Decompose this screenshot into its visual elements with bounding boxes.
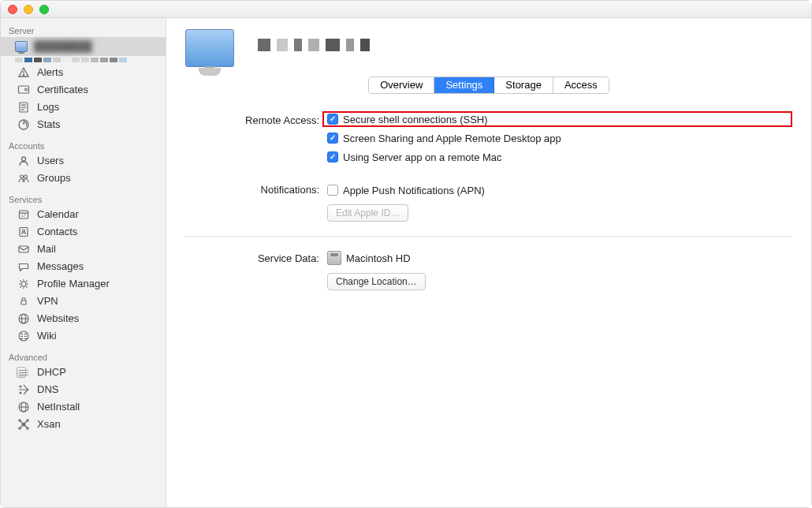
sb-label: VPN	[37, 293, 58, 310]
segmented-control: Overview Settings Storage Access	[368, 77, 609, 94]
sb-label: Calendar	[37, 206, 79, 223]
label-remote-access: Remote Access:	[185, 113, 327, 126]
disk-icon	[327, 251, 341, 265]
calendar-icon: 17	[17, 207, 31, 222]
user-icon	[17, 154, 31, 168]
sb-label: Alerts	[37, 64, 63, 81]
label-apn: Apple Push Notifications (APN)	[343, 185, 485, 196]
sb-label: Websites	[37, 310, 79, 327]
tab-storage[interactable]: Storage	[494, 77, 553, 93]
sb-label: Xsan	[37, 416, 61, 433]
server-title-redacted	[258, 39, 415, 51]
tab-settings[interactable]: Settings	[434, 77, 494, 93]
sb-label: Logs	[37, 99, 59, 116]
sb-label: Messages	[37, 258, 84, 275]
svg-rect-18	[19, 246, 28, 252]
sb-label: NetInstall	[37, 398, 80, 416]
dns-icon	[17, 383, 31, 397]
sidebar-item-users[interactable]: Users	[1, 152, 166, 170]
svg-line-36	[24, 420, 28, 424]
sb-label: DHCP	[37, 364, 66, 381]
messages-icon	[17, 260, 31, 274]
svg-point-26	[20, 392, 21, 394]
svg-point-17	[23, 230, 25, 232]
checkbox-apn[interactable]	[327, 185, 338, 196]
svg-point-19	[21, 282, 26, 286]
globe-icon	[17, 312, 31, 326]
sidebar-item-websites[interactable]: Websites	[1, 310, 166, 327]
content-pane: Overview Settings Storage Access Remote …	[166, 1, 811, 507]
sidebar-item-groups[interactable]: Groups	[1, 170, 166, 187]
mail-icon	[17, 242, 31, 256]
sb-header-services: Services	[1, 190, 166, 206]
checkbox-screen-sharing[interactable]	[327, 133, 338, 144]
stats-icon	[17, 118, 31, 132]
imac-icon	[15, 41, 28, 52]
zoom-window[interactable]	[39, 5, 49, 14]
vpn-icon	[17, 294, 31, 308]
wiki-icon	[17, 329, 31, 343]
disk-name: Macintosh HD	[346, 252, 411, 264]
contacts-icon	[17, 225, 31, 239]
svg-line-38	[24, 424, 28, 428]
certificate-icon	[17, 83, 31, 97]
sidebar-item-server[interactable]: ████████	[1, 37, 166, 56]
sb-header-advanced: Advanced	[1, 348, 166, 364]
close-window[interactable]	[8, 5, 17, 14]
sb-label: Contacts	[37, 223, 77, 241]
svg-point-12	[24, 175, 28, 178]
sidebar-item-stats[interactable]: Stats	[1, 116, 166, 133]
svg-text:17: 17	[21, 213, 26, 218]
sb-label: Users	[37, 152, 64, 170]
sb-header-server: Server	[1, 21, 166, 37]
highlight-ssh: Secure shell connections (SSH)	[322, 111, 792, 127]
svg-point-24	[19, 331, 28, 341]
sidebar-item-calendar[interactable]: 17 Calendar	[1, 206, 166, 223]
sidebar-item-alerts[interactable]: Alerts	[1, 64, 166, 81]
alert-icon	[17, 65, 31, 80]
tab-access[interactable]: Access	[553, 77, 609, 93]
server-status-dots	[15, 58, 159, 61]
sidebar-item-wiki[interactable]: Wiki	[1, 327, 166, 345]
sidebar-item-messages[interactable]: Messages	[1, 258, 166, 275]
edit-apple-id-button[interactable]: Edit Apple ID…	[327, 204, 408, 222]
svg-point-1	[23, 74, 24, 75]
sidebar-item-contacts[interactable]: Contacts	[1, 223, 166, 241]
separator	[185, 236, 792, 237]
sidebar-item-logs[interactable]: Logs	[1, 99, 166, 116]
server-name-redacted: ████████	[34, 38, 92, 55]
label-remote-server-app: Using Server app on a remote Mac	[343, 151, 502, 163]
sidebar-item-dhcp[interactable]: DHCP	[1, 364, 166, 381]
server-icon-large	[185, 29, 234, 67]
sb-label: Stats	[37, 116, 61, 133]
sb-header-accounts: Accounts	[1, 136, 166, 152]
label-ssh: Secure shell connections (SSH)	[343, 114, 488, 125]
label-notifications: Notifications:	[185, 182, 327, 196]
tab-overview[interactable]: Overview	[369, 77, 434, 93]
logs-icon	[17, 100, 31, 114]
sidebar-item-certificates[interactable]: Certificates	[1, 81, 166, 99]
xsan-icon	[17, 417, 31, 431]
svg-point-10	[22, 157, 26, 161]
sidebar-item-mail[interactable]: Mail	[1, 241, 166, 258]
sb-label: Wiki	[37, 327, 57, 345]
svg-line-37	[20, 424, 24, 428]
svg-point-25	[20, 386, 21, 387]
sb-label: Certificates	[37, 81, 88, 99]
minimize-window[interactable]	[24, 5, 33, 14]
sidebar-item-profile-manager[interactable]: Profile Manager	[1, 275, 166, 293]
dhcp-icon	[17, 365, 31, 379]
sidebar-item-netinstall[interactable]: NetInstall	[1, 398, 166, 416]
group-icon	[17, 171, 31, 185]
sb-label: DNS	[37, 381, 58, 398]
svg-rect-20	[21, 301, 26, 304]
sidebar-item-vpn[interactable]: VPN	[1, 293, 166, 310]
sidebar-item-dns[interactable]: DNS	[1, 381, 166, 398]
change-location-button[interactable]: Change Location…	[327, 273, 426, 290]
sidebar-item-xsan[interactable]: Xsan	[1, 416, 166, 433]
checkbox-ssh[interactable]	[327, 114, 338, 125]
sb-label: Profile Manager	[37, 275, 110, 293]
svg-point-11	[20, 175, 24, 178]
svg-point-3	[25, 88, 28, 91]
checkbox-remote-server-app[interactable]	[327, 151, 338, 162]
